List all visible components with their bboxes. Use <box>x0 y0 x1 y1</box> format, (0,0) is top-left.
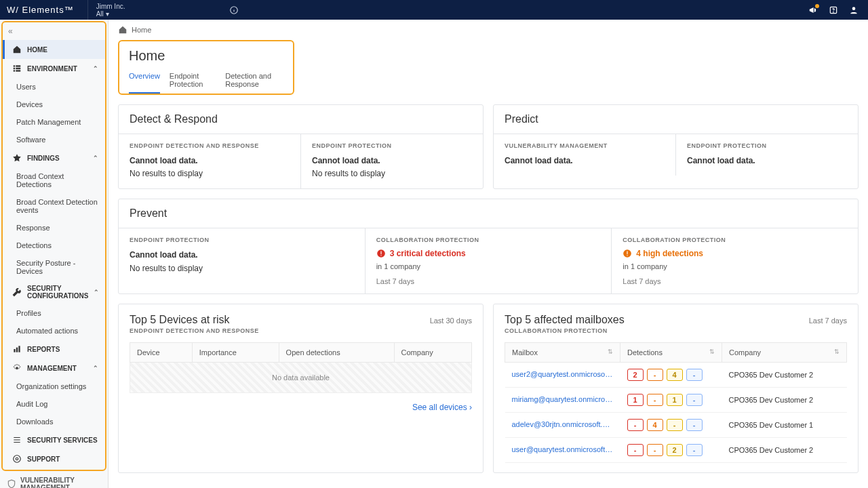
sidebar-item-bcd-events[interactable]: Broad Context Detection events <box>3 193 105 219</box>
col-company[interactable]: Company <box>394 343 471 363</box>
svg-rect-8 <box>14 70 15 71</box>
svg-point-16 <box>14 455 21 463</box>
environment-icon <box>12 64 22 73</box>
org-selector[interactable]: Jimm Inc. All ▾ <box>87 0 125 20</box>
mailbox-link[interactable]: adelev@30rjtn.onmicrosoft.com <box>512 420 614 428</box>
sidebar-section-support[interactable]: SUPPORT <box>3 449 105 468</box>
support-icon <box>12 454 22 464</box>
sidebar-section-environment[interactable]: ENVIRONMENT⌃ <box>3 59 105 78</box>
company-cell: CPO365 Dev Customer 1 <box>722 413 847 438</box>
page-header: Home Overview Endpoint Protection Detect… <box>118 40 294 95</box>
chevron-up-icon: ⌃ <box>93 365 98 371</box>
sidebar-item-patch[interactable]: Patch Management <box>3 113 105 131</box>
home-icon <box>118 25 127 35</box>
alert-critical-icon <box>376 249 386 258</box>
card-title: Prevent <box>119 199 858 228</box>
company-cell: CPO365 Dev Customer 2 <box>722 363 847 388</box>
info-icon[interactable] <box>226 3 241 18</box>
sidebar-section-management[interactable]: MANAGEMENT⌃ <box>3 359 105 378</box>
card-detect-respond: Detect & Respond ENDPOINT DETECTION AND … <box>118 104 484 189</box>
help-icon[interactable] <box>826 3 841 18</box>
sort-icon[interactable]: ⇅ <box>608 348 613 355</box>
detection-pills: -4-- <box>627 419 715 431</box>
sort-icon[interactable]: ⇅ <box>834 348 840 355</box>
mailbox-link[interactable]: user@quarytest.onmicrosoft.co <box>512 445 614 453</box>
topbar: W/ Elements™ Jimm Inc. All ▾ <box>0 0 868 20</box>
cell-prevent-ep: ENDPOINT PROTECTION Cannot load data. No… <box>119 228 366 293</box>
sidebar-section-seccfg[interactable]: SECURITY CONFIGURATIONS⌃ <box>3 280 105 304</box>
alert-high-icon <box>623 249 632 258</box>
sidebar-item-downloads[interactable]: Downloads <box>3 413 105 430</box>
announcements-icon[interactable] <box>806 3 821 18</box>
mailbox-link[interactable]: miriamg@quarytest.onmicrosof <box>512 395 614 403</box>
sidebar-item-posture-devices[interactable]: Security Posture - Devices <box>3 254 105 280</box>
severity-pill: 1 <box>667 394 683 406</box>
sidebar-item-profiles[interactable]: Profiles <box>3 304 105 322</box>
sidebar-item-software[interactable]: Software <box>3 131 105 148</box>
chevron-up-icon: ⌃ <box>93 65 98 72</box>
sidebar-item-auditlog[interactable]: Audit Log <box>3 395 105 413</box>
table-row: miriamg@quarytest.onmicrosof1-1-CPO365 D… <box>505 388 847 413</box>
table-row: user@quarytest.onmicrosoft.co--2-CPO365 … <box>505 438 847 463</box>
see-all-devices-link[interactable]: See all devices › <box>412 403 472 412</box>
panel-title: Top 5 affected mailboxes <box>505 314 625 326</box>
sidebar-section-reports[interactable]: REPORTS <box>3 340 105 359</box>
company-cell: CPO365 Dev Customer 2 <box>722 438 847 463</box>
locked-vuln-mgmt: VULNERABILITY MANAGEMENT No access <box>0 472 108 488</box>
svg-rect-7 <box>14 68 15 69</box>
tab-overview[interactable]: Overview <box>129 72 160 94</box>
no-data-row: No data available <box>130 363 472 393</box>
sidebar-section-findings[interactable]: FINDINGS⌃ <box>3 148 105 167</box>
wrench-icon <box>12 287 22 297</box>
sidebar-item-users[interactable]: Users <box>3 78 105 96</box>
panel-title: Top 5 Devices at risk <box>130 314 230 326</box>
severity-pill: - <box>667 419 683 431</box>
mailboxes-table: Mailbox⇅ Detections⇅ Company⇅ user2@quar… <box>505 342 847 463</box>
sidebar-item-home[interactable]: HOME <box>3 40 105 59</box>
chevron-up-icon: ⌃ <box>93 155 98 161</box>
account-icon[interactable] <box>846 3 861 18</box>
detection-pills: 2-4- <box>627 369 715 381</box>
chevron-down-icon: ▾ <box>106 10 109 18</box>
svg-rect-12 <box>14 349 15 352</box>
col-device[interactable]: Device <box>130 343 193 363</box>
svg-rect-23 <box>627 256 628 256</box>
sidebar-item-automated[interactable]: Automated actions <box>3 322 105 340</box>
severity-pill: - <box>647 369 663 381</box>
severity-pill: 2 <box>667 444 683 456</box>
tab-endpoint-protection[interactable]: Endpoint Protection <box>170 72 216 94</box>
scope-dropdown[interactable]: All ▾ <box>96 10 125 18</box>
panel-top-devices: Top 5 Devices at risk Last 30 days ENDPO… <box>118 304 484 473</box>
col-importance[interactable]: Importance <box>192 343 279 363</box>
svg-point-17 <box>16 458 18 460</box>
col-mailbox[interactable]: Mailbox⇅ <box>505 343 620 363</box>
sidebar-item-bcd[interactable]: Broad Context Detections <box>3 167 105 193</box>
svg-rect-22 <box>627 251 628 255</box>
tab-detection-response[interactable]: Detection and Response <box>225 72 283 94</box>
panel-period: Last 30 days <box>430 317 472 325</box>
svg-rect-9 <box>16 65 20 66</box>
page-title: Home <box>129 48 283 64</box>
svg-rect-20 <box>380 256 381 256</box>
sidebar-section-services[interactable]: SECURITY SERVICES <box>3 430 105 449</box>
sidebar-item-detections[interactable]: Detections <box>3 237 105 254</box>
sidebar: « HOME ENVIRONMENT⌃ Users Devices Patch … <box>0 20 108 488</box>
card-predict: Predict VULNERABILITY MANAGEMENT Cannot … <box>493 104 859 189</box>
sidebar-collapse-button[interactable]: « <box>3 22 105 40</box>
sidebar-item-response[interactable]: Response <box>3 219 105 237</box>
mailbox-link[interactable]: user2@quarytest.onmicrosoft.c <box>512 370 614 378</box>
svg-rect-10 <box>16 68 20 69</box>
col-open-detections[interactable]: Open detections <box>279 343 394 363</box>
col-company[interactable]: Company⇅ <box>722 343 847 363</box>
org-name: Jimm Inc. <box>96 3 125 10</box>
sidebar-item-devices[interactable]: Devices <box>3 96 105 113</box>
svg-rect-13 <box>16 348 18 352</box>
sidebar-item-orgsettings[interactable]: Organization settings <box>3 378 105 395</box>
critical-alert: 3 critical detections <box>376 249 601 258</box>
sort-icon[interactable]: ⇅ <box>709 348 715 355</box>
severity-pill: - <box>686 419 703 431</box>
col-detections[interactable]: Detections⇅ <box>620 343 722 363</box>
severity-pill: - <box>686 369 703 381</box>
company-cell: CPO365 Dev Customer 2 <box>722 388 847 413</box>
detection-pills: 1-1- <box>627 394 715 406</box>
